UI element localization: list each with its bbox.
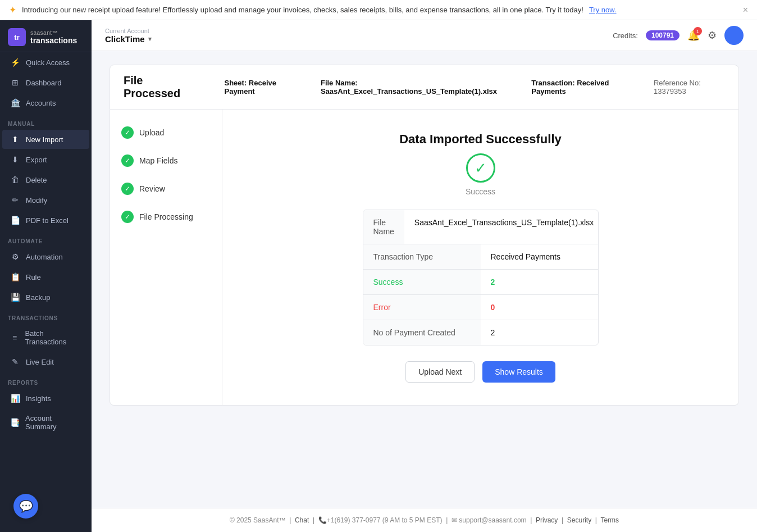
transaction-type-value: Received Payments <box>481 244 598 269</box>
live-edit-icon: ✎ <box>10 357 20 366</box>
footer-copyright: © 2025 SaasAnt™ <box>230 516 286 524</box>
logo-brand: saasant™ <box>30 30 77 36</box>
step-check-icon: ✓ <box>121 183 134 195</box>
show-results-button[interactable]: Show Results <box>482 361 555 383</box>
page-area: File Processed Sheet: Receive Payment Fi… <box>92 51 757 508</box>
pdf-icon: 📄 <box>10 216 20 225</box>
sidebar: tr saasant™ transactions ⚡ Quick Access … <box>0 20 92 532</box>
reference-number: Reference No: 13379353 <box>654 79 725 96</box>
topbar: Current Account ClickTime ▾ Credits: 100… <box>92 20 757 51</box>
sidebar-item-modify[interactable]: ✏ Modify <box>2 190 89 210</box>
page-title: File Processed <box>124 74 193 100</box>
steps-panel: ✓ Upload ✓ Map Fields ✓ Review ✓ File Pr… <box>110 110 222 405</box>
credits-label: Credits: <box>613 31 638 40</box>
payment-created-label: No of Payment Created <box>363 320 481 345</box>
step-label: Review <box>139 184 165 193</box>
logo-icon: tr <box>8 28 26 46</box>
step-upload: ✓ Upload <box>121 126 211 139</box>
notifications-button[interactable]: 🔔 1 <box>687 29 700 42</box>
sidebar-item-label: New Import <box>26 135 63 144</box>
footer-chat-link[interactable]: Chat <box>295 516 309 524</box>
quick-access-icon: ⚡ <box>10 58 20 67</box>
announcement-banner: ✦ Introducing our new receipt upload fea… <box>0 0 757 20</box>
banner-close-button[interactable]: × <box>743 5 748 15</box>
sidebar-item-label: Automation <box>26 253 63 261</box>
notification-count-badge: 1 <box>694 27 702 35</box>
transaction-type-label: Transaction Type <box>363 244 481 269</box>
delete-icon: 🗑 <box>10 175 20 184</box>
error-value: 0 <box>481 295 598 320</box>
footer-terms-link[interactable]: Terms <box>600 516 619 524</box>
user-avatar[interactable] <box>724 26 744 45</box>
result-table: File Name SaasAnt_Excel_Transactions_US_… <box>363 210 599 345</box>
banner-try-now-link[interactable]: Try now. <box>589 6 617 14</box>
sidebar-item-export[interactable]: ⬇ Export <box>2 150 89 169</box>
logo-product: transactions <box>30 36 77 45</box>
sidebar-item-accounts[interactable]: 🏦 Accounts <box>2 93 89 112</box>
automation-icon: ⚙ <box>10 252 20 261</box>
sidebar-item-batch-transactions[interactable]: ≡ Batch Transactions <box>2 324 89 351</box>
footer-privacy-link[interactable]: Privacy <box>536 516 558 524</box>
new-import-icon: ⬆ <box>10 135 20 144</box>
sidebar-item-label: Insights <box>26 394 51 403</box>
table-row: Error 0 <box>363 295 598 320</box>
logo-text: saasant™ transactions <box>30 30 77 45</box>
sidebar-item-dashboard[interactable]: ⊞ Dashboard <box>2 73 89 92</box>
sidebar-item-label: Accounts <box>26 99 56 107</box>
sidebar-item-label: Account Summary <box>25 414 81 431</box>
footer-security-link[interactable]: Security <box>567 516 591 524</box>
success-check-icon: ✓ <box>466 153 495 183</box>
star-icon: ✦ <box>9 4 16 15</box>
step-label: Map Fields <box>139 156 177 165</box>
account-summary-icon: 📑 <box>10 418 20 427</box>
file-name-value: SaasAnt_Excel_Transactions_US_Template(1… <box>404 210 599 244</box>
sidebar-item-new-import[interactable]: ⬆ New Import <box>2 130 89 149</box>
table-row: Transaction Type Received Payments <box>363 244 598 270</box>
dashboard-icon: ⊞ <box>10 78 20 87</box>
sidebar-item-account-summary[interactable]: 📑 Account Summary <box>2 409 89 436</box>
account-name: ClickTime <box>105 34 145 44</box>
step-map-fields: ✓ Map Fields <box>121 154 211 167</box>
error-label: Error <box>363 295 481 320</box>
chat-bubble-button[interactable]: 💬 <box>13 494 38 519</box>
modify-icon: ✏ <box>10 195 20 204</box>
sidebar-item-live-edit[interactable]: ✎ Live Edit <box>2 352 89 371</box>
step-file-processing: ✓ File Processing <box>121 211 211 223</box>
batch-icon: ≡ <box>10 333 19 342</box>
reports-section-label: REPORTS <box>0 372 92 388</box>
sidebar-item-quick-access[interactable]: ⚡ Quick Access <box>2 53 89 72</box>
step-label: File Processing <box>139 212 193 221</box>
sidebar-item-label: Quick Access <box>26 58 70 67</box>
step-label: Upload <box>139 128 164 137</box>
step-check-icon: ✓ <box>121 154 134 167</box>
export-icon: ⬇ <box>10 155 20 164</box>
sidebar-item-label: Rule <box>26 273 41 281</box>
sidebar-item-automation[interactable]: ⚙ Automation <box>2 247 89 266</box>
upload-next-button[interactable]: Upload Next <box>405 361 475 383</box>
sidebar-item-label: Dashboard <box>26 79 62 87</box>
result-area: Data Imported Successfully ✓ Success Fil… <box>222 110 738 405</box>
success-value: 2 <box>481 270 598 294</box>
automate-section-label: AUTOMATE <box>0 230 92 247</box>
sidebar-item-label: Export <box>26 156 47 164</box>
sidebar-item-delete[interactable]: 🗑 Delete <box>2 170 89 189</box>
table-row: No of Payment Created 2 <box>363 320 598 345</box>
content-wrapper: ✓ Upload ✓ Map Fields ✓ Review ✓ File Pr… <box>110 110 739 406</box>
account-selector[interactable]: ClickTime ▾ <box>105 34 152 44</box>
banner-text: Introducing our new receipt upload featu… <box>22 6 583 14</box>
current-account: Current Account ClickTime ▾ <box>105 28 152 44</box>
sidebar-item-rule[interactable]: 📋 Rule <box>2 267 89 287</box>
sidebar-item-insights[interactable]: 📊 Insights <box>2 389 89 408</box>
filename-meta: File Name: SaasAnt_Excel_Transactions_US… <box>321 79 509 96</box>
sidebar-item-label: Batch Transactions <box>25 329 81 346</box>
settings-button[interactable]: ⚙ <box>708 29 717 42</box>
accounts-icon: 🏦 <box>10 98 20 107</box>
rule-icon: 📋 <box>10 272 20 281</box>
credits-badge: 100791 <box>646 30 680 40</box>
footer: © 2025 SaasAnt™ | Chat | 📞+1(619) 377-09… <box>92 508 757 532</box>
sidebar-item-pdf-to-excel[interactable]: 📄 PDF to Excel <box>2 211 89 230</box>
sidebar-item-label: Live Edit <box>26 358 54 366</box>
sidebar-item-backup[interactable]: 💾 Backup <box>2 288 89 307</box>
payment-created-value: 2 <box>481 320 598 345</box>
manual-section-label: MANUAL <box>0 113 92 129</box>
